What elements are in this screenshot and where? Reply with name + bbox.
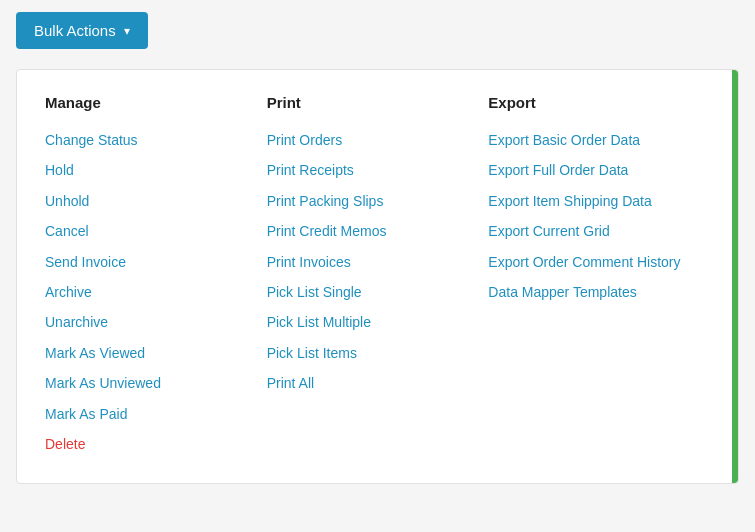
menu-item-print-credit-memos[interactable]: Print Credit Memos (267, 216, 469, 246)
menu-item-delete[interactable]: Delete (45, 429, 247, 459)
column-print: PrintPrint OrdersPrint ReceiptsPrint Pac… (267, 94, 489, 459)
menu-item-pick-list-single[interactable]: Pick List Single (267, 277, 469, 307)
menu-item-cancel[interactable]: Cancel (45, 216, 247, 246)
menu-item-mark-as-viewed[interactable]: Mark As Viewed (45, 338, 247, 368)
menu-item-data-mapper-templates[interactable]: Data Mapper Templates (488, 277, 690, 307)
menu-item-mark-as-paid[interactable]: Mark As Paid (45, 399, 247, 429)
menu-item-archive[interactable]: Archive (45, 277, 247, 307)
column-header-manage: Manage (45, 94, 247, 111)
menu-item-print-orders[interactable]: Print Orders (267, 125, 469, 155)
chevron-down-icon: ▾ (124, 24, 130, 38)
menu-item-change-status[interactable]: Change Status (45, 125, 247, 155)
menu-item-unhold[interactable]: Unhold (45, 186, 247, 216)
menu-item-export-full-order-data[interactable]: Export Full Order Data (488, 155, 690, 185)
bulk-actions-label: Bulk Actions (34, 22, 116, 39)
column-header-print: Print (267, 94, 469, 111)
menu-item-export-basic-order-data[interactable]: Export Basic Order Data (488, 125, 690, 155)
menu-item-print-receipts[interactable]: Print Receipts (267, 155, 469, 185)
column-manage: ManageChange StatusHoldUnholdCancelSend … (45, 94, 267, 459)
menu-item-export-order-comment-history[interactable]: Export Order Comment History (488, 247, 690, 277)
bulk-actions-button[interactable]: Bulk Actions ▾ (16, 12, 148, 49)
header-bar: Bulk Actions ▾ (0, 0, 755, 61)
menu-item-pick-list-multiple[interactable]: Pick List Multiple (267, 307, 469, 337)
menu-item-export-item-shipping-data[interactable]: Export Item Shipping Data (488, 186, 690, 216)
menu-item-print-packing-slips[interactable]: Print Packing Slips (267, 186, 469, 216)
menu-item-print-all[interactable]: Print All (267, 368, 469, 398)
menu-item-pick-list-items[interactable]: Pick List Items (267, 338, 469, 368)
menu-item-export-current-grid[interactable]: Export Current Grid (488, 216, 690, 246)
menu-item-mark-as-unviewed[interactable]: Mark As Unviewed (45, 368, 247, 398)
menu-item-hold[interactable]: Hold (45, 155, 247, 185)
dropdown-panel: ManageChange StatusHoldUnholdCancelSend … (16, 69, 739, 484)
column-export: ExportExport Basic Order DataExport Full… (488, 94, 710, 459)
menu-item-send-invoice[interactable]: Send Invoice (45, 247, 247, 277)
menu-item-print-invoices[interactable]: Print Invoices (267, 247, 469, 277)
column-header-export: Export (488, 94, 690, 111)
menu-item-unarchive[interactable]: Unarchive (45, 307, 247, 337)
green-bar-indicator (732, 70, 738, 483)
